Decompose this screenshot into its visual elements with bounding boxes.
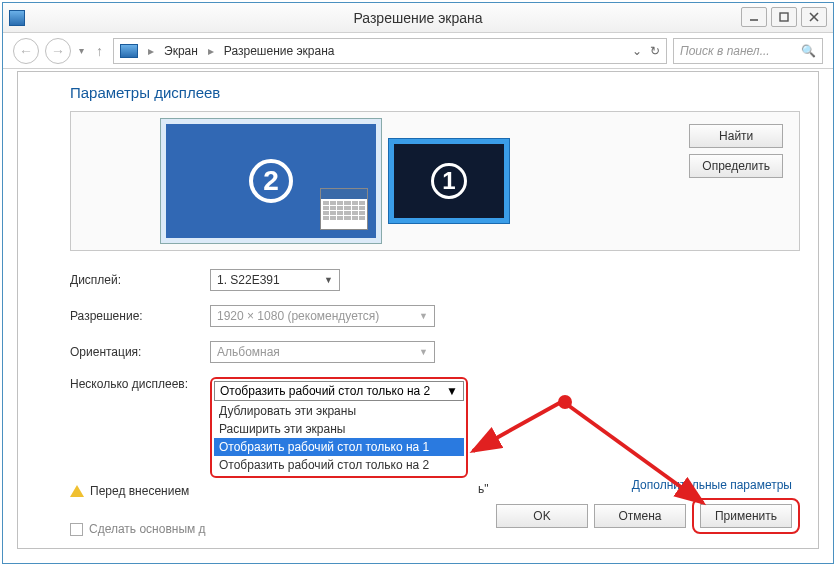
nav-history-chevron-icon[interactable]: ▾ (79, 45, 84, 56)
warning-tail: ь" (478, 482, 489, 496)
svg-rect-1 (780, 13, 788, 21)
display-label: Дисплей: (70, 273, 210, 287)
orientation-value: Альбомная (217, 345, 280, 359)
warning-icon (70, 485, 84, 497)
breadcrumb-resolution[interactable]: Разрешение экрана (224, 44, 335, 58)
display-select[interactable]: 1. S22E391 ▼ (210, 269, 340, 291)
orientation-label: Ориентация: (70, 345, 210, 359)
address-bar[interactable]: ▸ Экран ▸ Разрешение экрана ⌄ ↻ (113, 38, 667, 64)
breadcrumb-screen[interactable]: Экран (164, 44, 198, 58)
apply-highlight-annotation: Применить (692, 498, 800, 534)
nav-up-button[interactable]: ↑ (96, 43, 103, 59)
multi-option-only1[interactable]: Отобразить рабочий стол только на 1 (214, 438, 464, 456)
make-primary-label: Сделать основным д (89, 522, 206, 536)
nav-forward-button[interactable]: → (45, 38, 71, 64)
footer-buttons: OK Отмена Применить (496, 498, 800, 534)
chevron-down-icon: ▼ (446, 384, 458, 398)
section-title: Параметры дисплеев (70, 84, 800, 101)
multi-display-label: Несколько дисплеев: (70, 377, 210, 391)
search-input[interactable]: Поиск в панел... 🔍 (673, 38, 823, 64)
content-area: Параметры дисплеев 2 1 (3, 69, 833, 563)
resolution-select[interactable]: 1920 × 1080 (рекомендуется) ▼ (210, 305, 435, 327)
advanced-settings-link[interactable]: Дополнительные параметры (632, 478, 792, 492)
content-panel: Параметры дисплеев 2 1 (17, 71, 819, 549)
display-preview: 2 1 Найти Определить (70, 111, 800, 251)
make-primary-checkbox[interactable] (70, 523, 83, 536)
titlebar: Разрешение экрана (3, 3, 833, 33)
display-1-number: 1 (431, 163, 467, 199)
chevron-right-icon: ▸ (144, 44, 158, 58)
multi-option-only2[interactable]: Отобразить рабочий стол только на 2 (214, 456, 464, 474)
resolution-label: Разрешение: (70, 309, 210, 323)
orientation-select[interactable]: Альбомная ▼ (210, 341, 435, 363)
close-button[interactable] (801, 7, 827, 27)
apply-button[interactable]: Применить (700, 504, 792, 528)
search-placeholder: Поиск в панел... (680, 44, 770, 58)
chevron-right-icon: ▸ (204, 44, 218, 58)
search-icon: 🔍 (801, 44, 816, 58)
chevron-down-icon: ▼ (419, 311, 428, 321)
nav-back-button[interactable]: ← (13, 38, 39, 64)
display-1-thumb[interactable]: 1 (389, 139, 509, 223)
chevron-down-icon[interactable]: ⌄ (632, 44, 642, 58)
find-button[interactable]: Найти (689, 124, 783, 148)
toolbar: ← → ▾ ↑ ▸ Экран ▸ Разрешение экрана ⌄ ↻ … (3, 33, 833, 69)
window-frame: Разрешение экрана ← → ▾ ↑ ▸ Экран ▸ Разр… (2, 2, 834, 564)
app-icon (9, 10, 25, 26)
resolution-value: 1920 × 1080 (рекомендуется) (217, 309, 379, 323)
multi-display-value: Отобразить рабочий стол только на 2 (220, 384, 430, 398)
refresh-icon[interactable]: ↻ (650, 44, 660, 58)
calendar-icon (320, 188, 368, 230)
maximize-button[interactable] (771, 7, 797, 27)
display-2-thumb[interactable]: 2 (161, 119, 381, 243)
identify-button[interactable]: Определить (689, 154, 783, 178)
window-title: Разрешение экрана (353, 10, 482, 26)
cancel-button[interactable]: Отмена (594, 504, 686, 528)
display-2-number: 2 (249, 159, 293, 203)
display-value: 1. S22E391 (217, 273, 280, 287)
multi-option-extend[interactable]: Расширить эти экраны (214, 420, 464, 438)
warning-text: Перед внесением (90, 484, 189, 498)
window-controls (741, 7, 827, 27)
chevron-down-icon: ▼ (419, 347, 428, 357)
ok-button[interactable]: OK (496, 504, 588, 528)
annotation-dot (558, 395, 572, 409)
minimize-button[interactable] (741, 7, 767, 27)
multi-display-select[interactable]: Отобразить рабочий стол только на 2 ▼ Ду… (210, 377, 468, 478)
display-icon (120, 44, 138, 58)
multi-option-duplicate[interactable]: Дублировать эти экраны (214, 402, 464, 420)
chevron-down-icon: ▼ (324, 275, 333, 285)
